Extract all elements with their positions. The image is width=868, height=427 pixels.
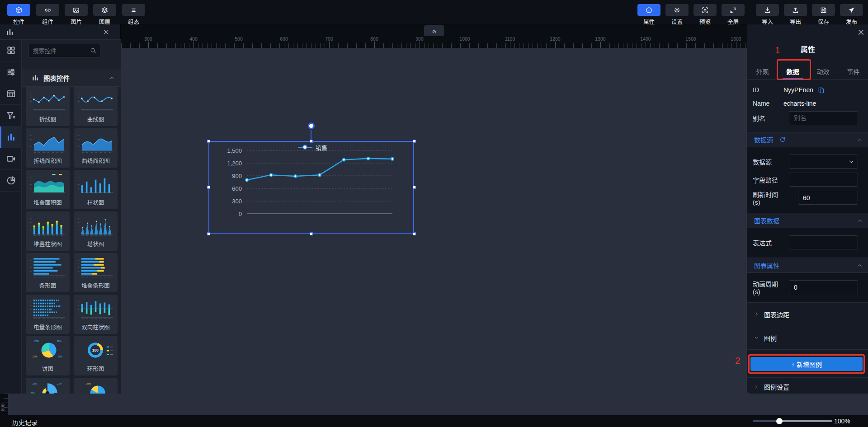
- field-label: Name: [747, 100, 783, 107]
- selection-handle[interactable]: [310, 140, 313, 143]
- toolbar-button-properties[interactable]: 属性: [637, 0, 660, 24]
- fields-block: 数据源字段路径刷新时间(s): [747, 147, 868, 213]
- tab-动效[interactable]: 动效: [810, 67, 836, 76]
- field-label: 动画周期(s): [747, 279, 783, 296]
- selection-handle[interactable]: [413, 232, 416, 235]
- zoom-slider-handle[interactable]: [776, 418, 783, 424]
- tab-数据[interactable]: 数据: [780, 67, 806, 76]
- toolbar-button-publish[interactable]: 发布: [840, 0, 863, 24]
- zoom-slider[interactable]: [753, 420, 832, 422]
- close-icon[interactable]: [858, 29, 864, 36]
- selection-handle[interactable]: [413, 140, 416, 143]
- chart-legend[interactable]: 销售: [298, 144, 327, 150]
- widget-card-curve[interactable]: 曲线图: [74, 87, 118, 126]
- field-input-刷新时间(s)[interactable]: [798, 191, 858, 205]
- link-icon: [36, 4, 59, 16]
- tab-事件[interactable]: 事件: [840, 67, 867, 76]
- refresh-icon[interactable]: [779, 136, 786, 143]
- toolbar-button-save[interactable]: 保存: [812, 0, 835, 24]
- widget-preview-area_line: [28, 130, 68, 156]
- collapse-row-图例[interactable]: 图例: [747, 326, 868, 349]
- add-legend-row: + 新增图例: [747, 349, 868, 377]
- toolbar-button-layers[interactable]: 图层: [93, 0, 116, 24]
- ruler-value-label: 800: [0, 404, 5, 411]
- toolbar-button-settings[interactable]: 设置: [665, 0, 689, 24]
- rotate-handle[interactable]: [308, 122, 315, 129]
- tab-外观[interactable]: 外观: [750, 67, 776, 76]
- field-value: echarts-line: [783, 100, 816, 107]
- field-label: ID: [747, 86, 783, 94]
- toolbar-button-fullscreen[interactable]: 全屏: [722, 0, 745, 24]
- toolbar-button-import[interactable]: 导入: [756, 0, 779, 24]
- svg-text:25%: 25%: [33, 383, 37, 385]
- section-header-数据源[interactable]: 数据源: [747, 132, 868, 147]
- widget-label: 堆叠柱状图: [26, 239, 70, 248]
- selection-handle[interactable]: [413, 186, 416, 189]
- selection-handle[interactable]: [310, 232, 313, 235]
- widget-card-area_line[interactable]: 折线面积图: [26, 128, 70, 168]
- field-input-动画周期(s)[interactable]: [789, 280, 858, 294]
- selection-handle[interactable]: [207, 140, 210, 143]
- copy-icon[interactable]: [818, 87, 825, 94]
- selection-border[interactable]: [208, 141, 414, 234]
- toolbar-button-label: 属性: [637, 17, 660, 26]
- selection-handle[interactable]: [207, 186, 210, 189]
- toolbar-button-images[interactable]: 图片: [65, 0, 88, 24]
- widget-card-hbar_energy[interactable]: 电量条形图: [26, 295, 70, 334]
- widget-card-area_curve[interactable]: 曲线面积图: [74, 128, 118, 168]
- widget-card-bar[interactable]: 柱状图: [74, 170, 118, 209]
- toolbar-button-configuration[interactable]: 组态: [122, 0, 145, 24]
- collapse-row-图例设置[interactable]: 图例设置: [747, 377, 868, 394]
- list-icon: [130, 7, 137, 14]
- datasource-select[interactable]: [789, 155, 858, 169]
- toolbar-button-export[interactable]: 导出: [784, 0, 807, 24]
- widget-card-pie[interactable]: 25%20%20%25%饼图: [26, 336, 70, 375]
- sidebar-item-charts[interactable]: [0, 127, 22, 148]
- toolbar-button-components[interactable]: 组件: [36, 0, 59, 24]
- collapse-row-图表边距[interactable]: 图表边距: [747, 302, 868, 326]
- history-record-button[interactable]: 历史记录: [12, 418, 38, 427]
- link-icon: [44, 7, 51, 14]
- widget-label: 曲线面积图: [74, 156, 118, 165]
- section-header-charts[interactable]: 图表控件: [22, 69, 121, 87]
- sidebar-item-funnel[interactable]: [0, 105, 22, 127]
- sidebar-item-grid[interactable]: [0, 40, 22, 61]
- widget-preview-pie: 25%20%20%25%: [28, 338, 68, 364]
- chevron-up-icon: [857, 218, 862, 223]
- chevron-right-icon: [754, 385, 759, 389]
- widget-card-bar_bidirectional[interactable]: 双向柱状图: [74, 295, 118, 334]
- sidebar-item-table[interactable]: [0, 83, 22, 105]
- widget-card-hbar[interactable]: 条形图: [26, 253, 70, 292]
- widget-label: 双向柱状图: [74, 323, 118, 331]
- widget-card-bar_stacked[interactable]: 堆叠柱状图: [26, 211, 70, 251]
- toolbar-button-preview[interactable]: 预览: [693, 0, 717, 24]
- widget-card-tower[interactable]: 塔状图: [74, 211, 118, 251]
- toolbar-button-widgets[interactable]: 控件: [7, 0, 30, 24]
- selection-handle[interactable]: [207, 232, 210, 235]
- field-input-表达式[interactable]: [789, 235, 858, 249]
- legend-line-marker-icon: [298, 145, 312, 150]
- collapse-toolbar-button[interactable]: [424, 25, 444, 36]
- ruler-label: 600: [280, 36, 288, 42]
- section-header-图表属性[interactable]: 图表属性: [747, 258, 868, 273]
- close-icon[interactable]: [103, 29, 109, 35]
- field-input-字段路径[interactable]: [789, 173, 858, 187]
- bar-chart-icon: [6, 28, 14, 36]
- widget-card-line[interactable]: 折线图: [26, 87, 70, 126]
- widget-card-area_stacked[interactable]: 堆叠面积图: [26, 170, 70, 209]
- search-input[interactable]: [28, 44, 100, 57]
- sidebar-item-sliders[interactable]: [0, 61, 22, 83]
- widget-card[interactable]: 25%21%26%24%: [26, 378, 70, 394]
- alias-field[interactable]: [789, 111, 858, 125]
- widget-card-donut[interactable]: 100环形图: [74, 336, 118, 375]
- widget-card-hbar_stacked[interactable]: 堆叠条形图: [74, 253, 118, 292]
- widget-card[interactable]: 30%: [74, 378, 118, 394]
- search-box: [28, 44, 100, 57]
- sidebar-item-pie[interactable]: [0, 170, 22, 192]
- sidebar-item-media[interactable]: [0, 148, 22, 170]
- section-header-图表数据[interactable]: 图表数据: [747, 213, 868, 228]
- add-legend-button[interactable]: + 新增图例: [750, 357, 863, 371]
- widget-preview-bar_stacked: [28, 213, 68, 239]
- status-bar: 历史记录 100%: [0, 415, 868, 427]
- fields-block: 动画周期(s): [747, 273, 868, 302]
